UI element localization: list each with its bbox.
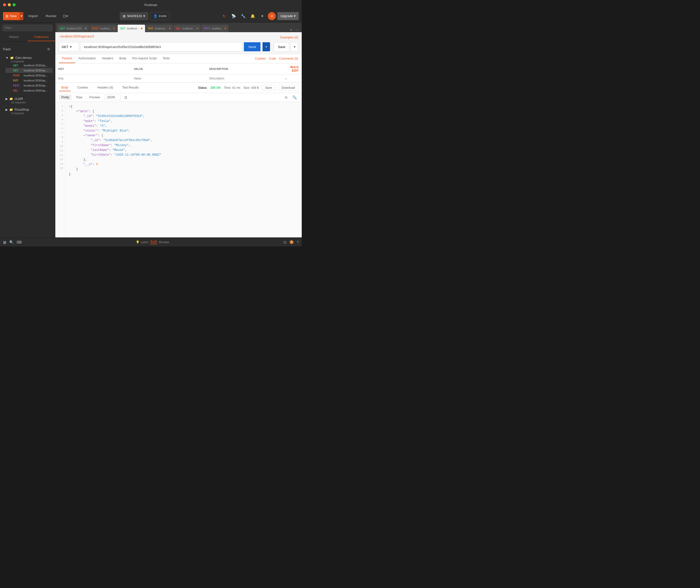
runner-button[interactable]: Runner xyxy=(43,12,60,20)
sidebar-toggle-icon[interactable]: ▦ xyxy=(3,240,6,244)
cookie-icon[interactable]: 🍪 xyxy=(289,240,294,244)
resp-tab-body[interactable]: Body xyxy=(59,84,71,91)
save-button[interactable]: Save xyxy=(274,42,289,51)
sidebar-tab-history[interactable]: History xyxy=(0,33,28,41)
code-line-3: "_id": "5c65e151b2ed8b2d068f03e3", xyxy=(69,114,298,119)
sidebar: History Collections Trash ⊞ ▼ 📁 Cars dem… xyxy=(0,23,55,237)
tab-0[interactable]: GET localhost:303... xyxy=(57,25,89,32)
trash-label[interactable]: Trash xyxy=(3,47,11,51)
format-preview[interactable]: Preview xyxy=(87,95,103,100)
collection-clistr-label[interactable]: ▶ 📁 cListR xyxy=(6,97,53,101)
search-button[interactable]: 🔍 xyxy=(291,95,298,100)
browse-link[interactable]: Browse xyxy=(159,240,169,244)
close-button[interactable] xyxy=(3,3,6,6)
tools-button[interactable]: 🔧 xyxy=(239,12,247,20)
list-item[interactable]: PATC localhost:3030/ap... xyxy=(6,83,53,88)
sidebar-tabs: History Collections xyxy=(0,33,55,41)
sidebar-tab-collections[interactable]: Collections xyxy=(28,33,55,41)
workspace-button[interactable]: ⊞ MAD9124 ▾ xyxy=(120,12,148,20)
layout-icon[interactable]: ⊡ xyxy=(283,240,286,244)
code-line-6: "colour": "Midnight Blue", xyxy=(69,129,298,133)
tab-pre-request[interactable]: Pre-request Script xyxy=(129,54,160,63)
format-pretty[interactable]: Pretty xyxy=(59,95,72,100)
response-status: Status: 200 OK Time: 41 ms Size: 438 B S… xyxy=(198,85,298,91)
antenna-button[interactable]: 📡 xyxy=(230,12,238,20)
list-item[interactable]: GET localhost:3030/ap... xyxy=(6,63,53,68)
tab-params[interactable]: Params xyxy=(59,54,75,63)
cookies-link[interactable]: Cookies xyxy=(255,57,266,60)
sync-button[interactable]: ↻ xyxy=(220,12,228,20)
collection-pizza-label[interactable]: ▶ 📁 PizzaShop xyxy=(6,108,53,111)
list-item[interactable]: GET localhost:3030/ap... xyxy=(6,68,53,73)
collection-cars-label[interactable]: ▼ 📁 Cars demos xyxy=(6,56,53,60)
method-del: DEL xyxy=(13,89,22,92)
window-title: Postman xyxy=(144,3,157,7)
tab-body[interactable]: Body xyxy=(116,54,129,63)
send-button[interactable]: Send xyxy=(244,42,260,51)
minimize-button[interactable] xyxy=(8,3,11,6)
tab-1[interactable]: POST localhos... xyxy=(90,25,117,32)
tab-2[interactable]: GET localhost:... xyxy=(118,25,145,32)
download-button[interactable]: Download xyxy=(278,85,298,91)
list-item[interactable]: PUT localhost:3030/ap... xyxy=(6,78,53,83)
trash-action-button[interactable]: ⊞ xyxy=(45,45,53,53)
new-dropdown-arrow[interactable]: ▾ xyxy=(20,12,23,20)
resp-tab-test-results[interactable]: Test Results xyxy=(120,84,141,91)
desc-column-header: DESCRIPTION xyxy=(206,63,282,75)
save-dropdown-button[interactable]: ▾ xyxy=(291,42,298,51)
tab-4[interactable]: DEL localhost:... xyxy=(173,25,201,32)
tab-5[interactable]: PATC localhos... xyxy=(201,25,229,32)
search-icon[interactable]: 🔍 xyxy=(9,240,14,244)
code-link[interactable]: Code xyxy=(269,57,276,60)
format-select[interactable]: JSON xyxy=(105,95,120,100)
upgrade-label: Upgrade xyxy=(280,14,293,18)
new-button[interactable]: ⊞ New ▾ xyxy=(3,12,23,20)
maximize-button[interactable] xyxy=(13,3,16,6)
code-line-4: "make": "Tesla", xyxy=(69,119,298,124)
copy-button[interactable]: ⧉ xyxy=(283,95,289,100)
more-tabs-button[interactable]: ··· xyxy=(294,28,300,32)
key-input[interactable] xyxy=(58,76,128,81)
value-input[interactable] xyxy=(134,76,203,81)
save-response-button[interactable]: Save xyxy=(262,85,275,91)
sidebar-search-area xyxy=(0,23,55,33)
user-avatar[interactable]: M xyxy=(268,12,276,20)
resp-tab-headers[interactable]: Headers (6) xyxy=(95,84,116,91)
desc-input[interactable] xyxy=(209,76,279,81)
method-patch: PATC xyxy=(13,84,22,87)
resp-tab-cookies[interactable]: Cookies xyxy=(75,84,91,91)
comments-link[interactable]: Comments (0) xyxy=(279,57,298,60)
filter-input[interactable] xyxy=(3,25,53,31)
code-line-1: ▾{ xyxy=(69,104,298,109)
add-tab-button[interactable]: + xyxy=(289,28,293,32)
help-icon[interactable]: ? xyxy=(297,240,299,244)
import-button[interactable]: Import xyxy=(25,12,41,20)
method-select[interactable]: GET ▾ xyxy=(59,42,79,51)
key-column-header: KEY xyxy=(55,63,131,75)
filter-icon[interactable]: ⇶ xyxy=(122,95,128,100)
learn-link[interactable]: 💡 Learn xyxy=(136,240,148,244)
tab-tests[interactable]: Tests xyxy=(160,54,173,63)
build-link[interactable]: Build xyxy=(150,240,157,244)
code-line-14: } xyxy=(69,167,298,172)
tab-headers[interactable]: Headers xyxy=(99,54,116,63)
list-item[interactable]: POST localhost:3030/ap... xyxy=(6,73,53,78)
code-icon[interactable]: ⌨ xyxy=(17,240,22,244)
heart-button[interactable]: ♥ xyxy=(258,12,266,20)
upgrade-button[interactable]: Upgrade ▾ xyxy=(277,12,299,20)
status-badge: 200 OK xyxy=(210,86,221,90)
format-bar: Pretty Raw Preview JSON ⇶ ⧉ 🔍 xyxy=(55,93,302,102)
tab-actions: + ··· xyxy=(289,28,300,32)
capture-button[interactable]: ⊡▾ xyxy=(62,12,70,20)
bell-button[interactable]: 🔔 xyxy=(249,12,257,20)
tab-authorization[interactable]: Authorization xyxy=(75,54,99,63)
invite-button[interactable]: 👤 Invite xyxy=(150,12,170,20)
examples-link[interactable]: Examples (0) xyxy=(280,36,298,39)
format-raw[interactable]: Raw xyxy=(74,95,85,100)
sidebar-content: Trash ⊞ ▼ 📁 Cars demos 6 requests GET lo… xyxy=(0,41,55,237)
bulk-edit-button[interactable]: Bulk Edit xyxy=(290,65,299,72)
tab-3[interactable]: PUT localhost:... xyxy=(146,25,173,32)
send-dropdown-button[interactable]: ▾ xyxy=(263,42,270,51)
list-item[interactable]: DEL localhost:3030/ap... xyxy=(6,88,53,93)
url-input[interactable] xyxy=(81,42,242,51)
